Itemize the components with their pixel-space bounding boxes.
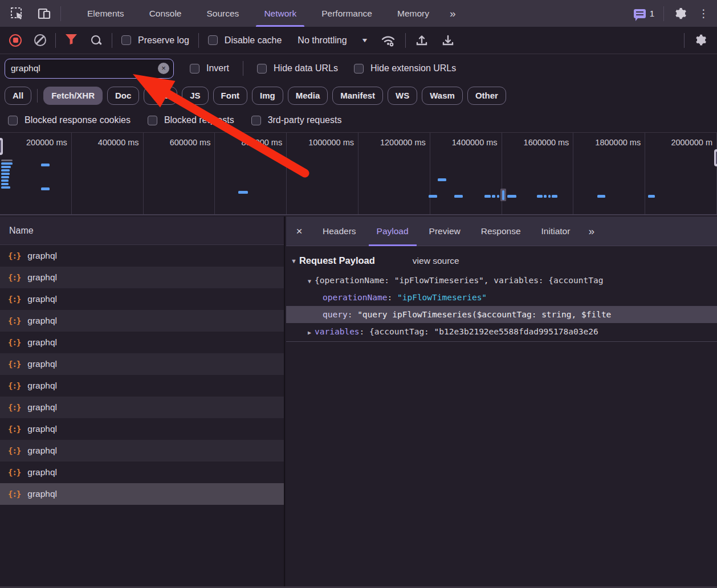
view-source-link[interactable]: view source: [413, 256, 459, 266]
more-details-tabs-icon[interactable]: »: [580, 225, 601, 238]
request-row[interactable]: {:} graphql: [0, 397, 284, 418]
request-row[interactable]: {:} graphql: [0, 267, 284, 288]
issues-counter[interactable]: 1: [634, 9, 654, 18]
waterfall-bar: [544, 195, 547, 198]
request-payload-section[interactable]: ▼ Request Payload view source: [291, 255, 717, 266]
filter-input[interactable]: [5, 63, 158, 74]
details-tab[interactable]: Initiator: [533, 217, 579, 246]
blocked-filter-checkbox[interactable]: Blocked requests: [148, 115, 234, 125]
panel-tab[interactable]: Network: [251, 0, 309, 27]
chip[interactable]: Media: [288, 87, 328, 105]
filter-funnel-icon[interactable]: [65, 34, 78, 47]
throttling-value: No throttling: [298, 35, 347, 46]
json-request-icon: {:}: [8, 251, 21, 260]
request-name: graphql: [27, 467, 57, 477]
payload-root-node[interactable]: ▼{operationName: "ipFlowTimeseries", var…: [286, 272, 717, 289]
timeline-columns: 200000 ms 400000 ms 600000 ms 800000 ms …: [0, 133, 717, 214]
chip-all[interactable]: All: [5, 87, 31, 105]
checkbox-box[interactable]: [354, 64, 364, 74]
request-row[interactable]: {:} graphql: [0, 353, 284, 375]
panel-tab[interactable]: Elements: [75, 0, 137, 27]
overview-left-grip[interactable]: [0, 138, 3, 155]
network-conditions-icon[interactable]: [380, 34, 396, 47]
waterfall-bar: [41, 187, 50, 190]
clear-filter-icon[interactable]: ×: [158, 63, 169, 74]
chip[interactable]: Wasm: [422, 87, 463, 105]
panel-tab[interactable]: Console: [137, 0, 194, 27]
hide-data-urls-checkbox[interactable]: Hide data URLs: [257, 63, 338, 74]
request-row[interactable]: {:} graphql: [0, 440, 284, 462]
payload-key: query: [323, 310, 348, 319]
chip[interactable]: Doc: [107, 87, 139, 105]
request-row[interactable]: {:} graphql: [0, 288, 284, 310]
chip[interactable]: Manifest: [332, 87, 383, 105]
network-overview-timeline[interactable]: 200000 ms 400000 ms 600000 ms 800000 ms …: [0, 132, 717, 215]
chip-list: Fetch/XHR Doc CSS JS Font: [43, 87, 506, 105]
details-tab-bar: × Headers Payload Preview: [286, 217, 717, 246]
hide-extension-urls-checkbox[interactable]: Hide extension URLs: [354, 63, 456, 74]
device-toolbar-icon[interactable]: [36, 6, 52, 22]
checkbox-box[interactable]: [190, 64, 199, 74]
export-har-icon[interactable]: [441, 34, 455, 47]
preserve-log-checkbox[interactable]: Preserve log: [121, 35, 189, 46]
close-details-icon[interactable]: ×: [286, 225, 312, 238]
panel-tab[interactable]: Memory: [385, 0, 442, 27]
request-row[interactable]: {:} graphql: [0, 462, 284, 483]
payload-operation-node[interactable]: operationName: "ipFlowTimeseries": [286, 289, 717, 306]
details-tab[interactable]: Payload: [369, 217, 417, 246]
chip[interactable]: WS: [388, 87, 417, 105]
more-tabs-icon[interactable]: »: [442, 7, 463, 20]
timeline-tick: 2000000 m: [645, 133, 717, 214]
checkbox-box[interactable]: [8, 116, 18, 125]
chip[interactable]: Font: [213, 87, 247, 105]
blocked-filter-checkbox[interactable]: 3rd-party requests: [251, 115, 342, 125]
checkbox-box[interactable]: [121, 35, 131, 45]
payload-variables-node[interactable]: ▶variables: {accountTag: "b12e3b2192ee55…: [286, 323, 717, 340]
invert-checkbox[interactable]: Invert: [190, 63, 229, 74]
kebab-menu-icon[interactable]: ⋮: [698, 8, 709, 19]
request-row[interactable]: {:} graphql: [0, 245, 284, 267]
settings-gear-icon[interactable]: [673, 6, 689, 22]
details-tab[interactable]: Headers: [315, 217, 364, 246]
timeline-tick: 1200000 ms: [358, 133, 430, 214]
blocked-filter-checkbox[interactable]: Blocked response cookies: [8, 115, 131, 125]
chip[interactable]: CSS: [144, 87, 177, 105]
request-row[interactable]: {:} graphql: [0, 483, 284, 505]
record-network-log-button[interactable]: [9, 34, 22, 47]
chip[interactable]: Img: [252, 87, 283, 105]
json-request-icon: {:}: [8, 424, 21, 434]
panel-tab[interactable]: Performance: [309, 0, 385, 27]
panel-tab[interactable]: Sources: [194, 0, 252, 27]
details-tab[interactable]: Preview: [421, 217, 469, 246]
checkbox-box[interactable]: [257, 64, 267, 74]
checkbox-box[interactable]: [208, 35, 218, 45]
chip[interactable]: JS: [182, 87, 208, 105]
panel-tab-label: Memory: [397, 9, 429, 19]
disable-cache-checkbox[interactable]: Disable cache: [208, 35, 282, 46]
throttling-dropdown[interactable]: No throttling ▼: [298, 35, 367, 46]
request-name: graphql: [27, 489, 57, 499]
inspect-element-icon[interactable]: [9, 6, 25, 22]
network-settings-gear-icon[interactable]: [695, 34, 708, 47]
clear-network-log-button[interactable]: [34, 34, 46, 46]
payload-key: variables: [315, 327, 360, 336]
chip[interactable]: Other: [467, 87, 506, 105]
overview-right-grip[interactable]: [714, 149, 717, 166]
request-details-pane: × Headers Payload Preview: [286, 217, 717, 588]
waterfall-bar: [1, 186, 10, 189]
request-row[interactable]: {:} graphql: [0, 375, 284, 397]
request-row[interactable]: {:} graphql: [0, 310, 284, 332]
import-har-icon[interactable]: [415, 34, 429, 47]
checkbox-box[interactable]: [251, 116, 261, 125]
request-row[interactable]: {:} graphql: [0, 418, 284, 440]
search-icon[interactable]: [90, 34, 103, 47]
payload-root-preview: {operationName: "ipFlowTimeseries", vari…: [315, 276, 603, 285]
checkbox-box[interactable]: [148, 116, 157, 125]
divider: [243, 61, 243, 76]
name-column-header[interactable]: Name: [0, 217, 284, 245]
chip[interactable]: Fetch/XHR: [43, 87, 103, 105]
chip-label: Img: [260, 91, 275, 100]
payload-query-node[interactable]: query: "query ipFlowTimeseries($accountT…: [286, 306, 717, 323]
request-row[interactable]: {:} graphql: [0, 332, 284, 353]
details-tab[interactable]: Response: [473, 217, 529, 246]
